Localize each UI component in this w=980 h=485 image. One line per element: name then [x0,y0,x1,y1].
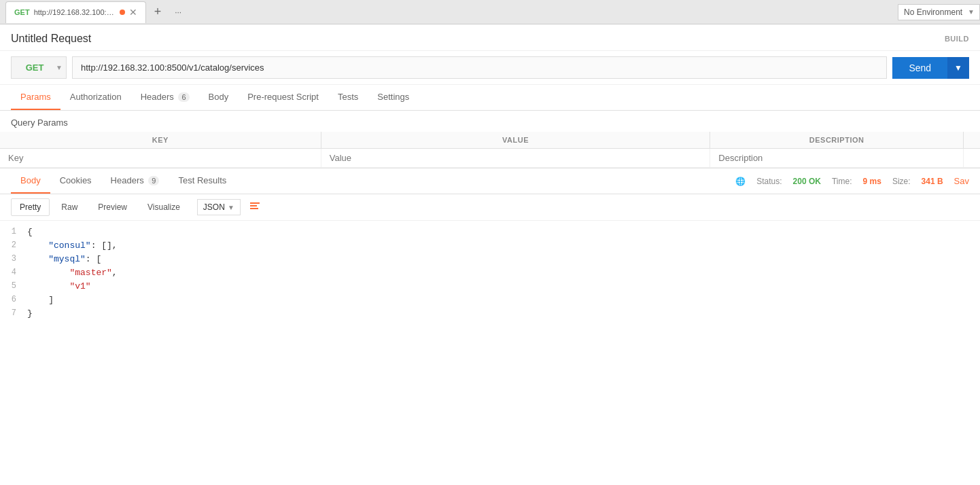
tab-params[interactable]: Params [11,85,60,110]
code-line-4: 4 "master", [0,267,980,281]
params-row [0,149,980,168]
line-number: 1 [0,227,27,236]
col-header-value: VALUE [321,132,710,149]
send-dropdown-button[interactable]: ▼ [947,57,969,79]
code-line-2: 2 "consul": [], [0,240,980,253]
code-content: ] [27,295,980,305]
code-line-5: 5 "v1" [0,281,980,294]
code-content: "master", [27,268,980,278]
code-content: "mysql": [ [27,254,980,264]
line-number: 7 [0,308,27,318]
response-status-bar: 🌐 Status: 200 OK Time: 9 ms Size: 341 B … [735,176,969,186]
line-number: 2 [0,240,27,250]
query-params-section-title: Query Params [0,111,980,132]
line-number: 6 [0,295,27,304]
format-tabs-row: Pretty Raw Preview Visualize JSON ▼ [0,194,980,221]
save-button[interactable]: Sav [954,176,969,186]
col-header-description: DESCRIPTION [710,132,964,149]
response-panel: Body Cookies Headers 9 Test Results 🌐 St… [0,168,980,485]
url-bar: GET POST PUT DELETE PATCH ▼ Send ▼ [0,51,980,85]
tab-settings[interactable]: Settings [368,85,419,110]
param-key-input[interactable] [8,153,313,163]
svg-rect-0 [250,202,260,204]
tab-tests[interactable]: Tests [328,85,368,110]
param-description-input[interactable] [718,153,955,163]
send-button[interactable]: Send [892,57,947,79]
env-selector-wrapper: No Environment ▼ [898,4,975,20]
method-wrapper: GET POST PUT DELETE PATCH ▼ [11,56,67,79]
param-value-input[interactable] [330,153,702,163]
format-select-value: JSON [203,202,225,212]
code-content: } [27,308,980,319]
method-select[interactable]: GET POST PUT DELETE PATCH [11,56,67,79]
code-output-area: 1 { 2 "consul": [], 3 "mysql": [ 4 "mast… [0,221,980,485]
col-header-extra [964,132,981,149]
code-line-3: 3 "mysql": [ [0,253,980,267]
globe-icon: 🌐 [735,177,746,186]
size-label: Size: [892,177,911,186]
tab-url: http://192.168.32.100:8500/v1/... [34,8,116,16]
response-tab-body[interactable]: Body [11,168,50,194]
tab-headers[interactable]: Headers 6 [131,85,199,110]
environment-select[interactable]: No Environment [898,4,980,20]
line-number: 5 [0,281,27,291]
request-tabs-row: Params Authorization Headers 6 Body Pre-… [0,85,980,111]
status-label: Status: [756,177,782,186]
time-value: 9 ms [863,177,881,186]
tab-body[interactable]: Body [199,85,239,110]
wrap-lines-button[interactable] [249,200,261,215]
time-label: Time: [832,177,852,186]
browser-tab-bar: GET http://192.168.32.100:8500/v1/... ✕ … [0,0,980,24]
svg-rect-2 [250,208,258,209]
tab-pre-request-script[interactable]: Pre-request Script [238,85,328,110]
code-line-7: 7 } [0,308,980,321]
headers-badge: 6 [178,92,189,102]
tab-method: GET [14,8,30,16]
send-button-wrapper: Send ▼ [892,57,969,79]
format-tab-raw[interactable]: Raw [52,198,86,216]
request-title: Untitled Request [11,33,91,45]
col-header-key: KEY [0,132,321,149]
new-tab-button[interactable]: + [149,2,167,22]
response-tab-headers[interactable]: Headers 9 [101,168,169,194]
code-content: "v1" [27,281,980,291]
response-headers-badge: 9 [148,176,159,185]
line-number: 4 [0,268,27,277]
svg-rect-1 [250,205,257,206]
code-content: "consul": [], [27,240,980,251]
size-value: 341 B [922,177,943,186]
code-line-1: 1 { [0,226,980,240]
response-tab-cookies[interactable]: Cookies [50,168,101,194]
format-select[interactable]: JSON ▼ [197,199,241,215]
build-button[interactable]: BUILD [945,35,969,43]
more-options-button[interactable]: ··· [169,5,187,20]
format-tab-preview[interactable]: Preview [89,198,136,216]
url-input[interactable] [72,56,887,79]
params-table: KEY VALUE DESCRIPTION [0,132,980,168]
tab-authorization[interactable]: Authorization [60,85,131,110]
main-content: Untitled Request BUILD GET POST PUT DELE… [0,24,980,485]
response-tabs-row: Body Cookies Headers 9 Test Results 🌐 St… [0,168,980,194]
response-tab-test-results[interactable]: Test Results [169,168,236,194]
tab-unsaved-dot [120,10,125,15]
format-select-arrow-icon: ▼ [228,204,234,211]
tab-close-icon[interactable]: ✕ [129,7,137,18]
format-tab-pretty[interactable]: Pretty [11,198,50,216]
code-line-6: 6 ] [0,294,980,308]
line-number: 3 [0,254,27,264]
browser-tab[interactable]: GET http://192.168.32.100:8500/v1/... ✕ [5,1,146,23]
request-panel: Params Authorization Headers 6 Body Pre-… [0,85,980,168]
format-tab-visualize[interactable]: Visualize [139,198,189,216]
status-value: 200 OK [793,177,821,186]
code-content: { [27,227,980,237]
request-title-bar: Untitled Request BUILD [0,24,980,51]
